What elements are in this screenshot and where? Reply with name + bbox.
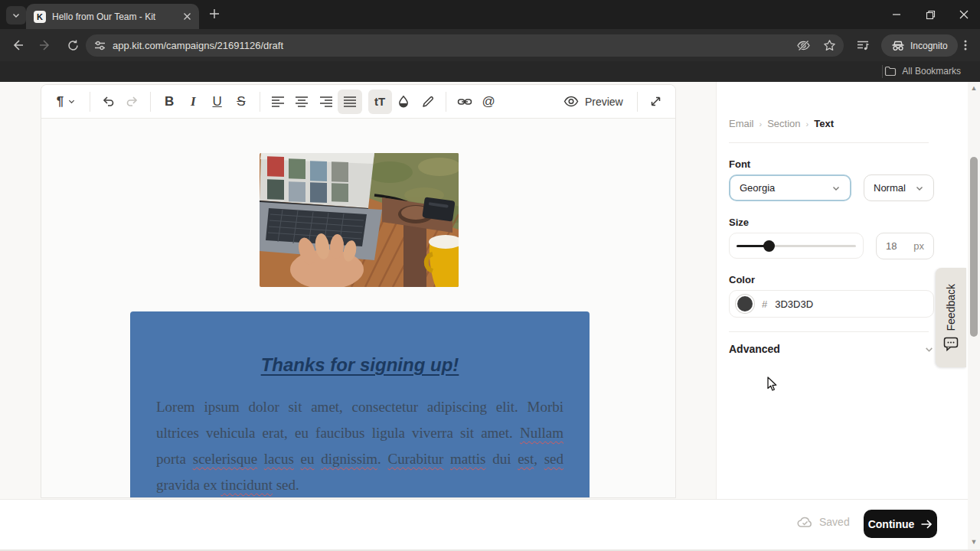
laptop-outdoors-photo [260, 153, 459, 287]
browser-menu-icon[interactable] [954, 34, 977, 57]
size-value[interactable]: 18 [886, 240, 897, 252]
kit-favicon: K [34, 11, 46, 23]
color-swatch[interactable] [736, 295, 754, 313]
align-center-icon [295, 96, 309, 108]
continue-label: Continue [868, 518, 915, 530]
align-center-button[interactable] [290, 90, 314, 114]
window-restore-button[interactable] [919, 8, 942, 21]
undo-icon [101, 94, 116, 109]
email-editor-card: ¶ B I U S tT [41, 84, 676, 498]
text-color-button[interactable] [392, 90, 416, 114]
strikethrough-button[interactable]: S [229, 90, 253, 114]
align-left-icon [271, 96, 285, 108]
underline-icon: U [212, 94, 221, 109]
misspelled-word: lacus [264, 451, 294, 467]
url-text: app.kit.com/campaigns/21691126/draft [113, 40, 796, 51]
bold-icon: B [165, 94, 174, 109]
advanced-toggle[interactable]: Advanced [729, 338, 934, 360]
chevron-down-icon [11, 11, 21, 20]
size-input[interactable]: 18 px [876, 233, 934, 259]
email-hero-image[interactable] [260, 153, 459, 287]
media-controls-icon[interactable] [851, 34, 874, 57]
font-family-select[interactable]: Georgia [729, 174, 851, 201]
cloud-check-icon [797, 516, 813, 528]
slider-track[interactable] [737, 245, 856, 247]
feedback-label: Feedback [945, 284, 957, 331]
window-minimize-button[interactable] [885, 8, 908, 21]
text-size-button[interactable]: tT [368, 90, 392, 114]
size-unit: px [913, 240, 924, 252]
misspelled-word: dignissim [321, 451, 377, 467]
tab-title: Hello from Our Team - Kit [52, 11, 177, 22]
mention-button[interactable]: @ [477, 90, 501, 114]
link-button[interactable] [452, 90, 476, 114]
bookmark-star-icon[interactable] [823, 39, 836, 52]
breadcrumb-section[interactable]: Section [767, 118, 800, 129]
fullscreen-button[interactable] [644, 90, 668, 114]
browser-tab-strip: K Hello from Our Team - Kit [0, 0, 980, 29]
italic-icon: I [191, 94, 196, 109]
all-bookmarks-button[interactable]: All Bookmarks [884, 66, 961, 77]
editor-toolbar: ¶ B I U S tT [41, 85, 675, 119]
arrow-right-icon [920, 519, 933, 530]
undo-button[interactable] [96, 90, 120, 114]
scroll-up-arrow[interactable]: ▲ [968, 83, 980, 93]
new-tab-button[interactable] [208, 8, 220, 20]
misspelled-word: est [518, 451, 534, 467]
size-slider[interactable] [729, 233, 864, 259]
color-label: Color [729, 274, 755, 285]
mention-icon: @ [482, 94, 495, 109]
paragraph-style-button[interactable]: ¶ [49, 90, 83, 114]
settings-sidebar: Email › Section › Text Font Georgia Norm… [716, 82, 968, 499]
italic-button[interactable]: I [181, 90, 205, 114]
scrollbar-thumb[interactable] [970, 157, 978, 337]
underline-button[interactable]: U [205, 90, 229, 114]
align-right-button[interactable] [314, 90, 338, 114]
toolbar-divider [150, 92, 151, 112]
email-body[interactable]: Lorem ipsum dolor sit amet, consectetur … [156, 394, 564, 498]
tab-search-button[interactable] [6, 6, 26, 24]
toolbar-divider [90, 92, 90, 112]
bold-button[interactable]: B [157, 90, 181, 114]
back-button[interactable] [6, 34, 29, 57]
color-hash: # [762, 298, 767, 310]
eye-icon [564, 96, 579, 107]
font-weight-select[interactable]: Normal [864, 174, 934, 201]
highlight-button[interactable] [416, 90, 439, 114]
site-settings-icon[interactable] [93, 39, 106, 52]
chevron-right-icon: › [760, 119, 763, 129]
forward-button[interactable] [34, 34, 57, 57]
justify-button[interactable] [338, 90, 361, 114]
feedback-tab[interactable]: Feedback [936, 268, 966, 367]
continue-button[interactable]: Continue [864, 510, 937, 538]
misspelled-word: eu [301, 451, 315, 467]
redo-button[interactable] [120, 90, 144, 114]
bookmarks-divider [882, 65, 883, 78]
preview-button[interactable]: Preview [556, 96, 631, 108]
all-bookmarks-label: All Bookmarks [902, 66, 961, 77]
paragraph-icon: ¶ [57, 94, 64, 109]
scroll-down-arrow[interactable]: ▼ [968, 536, 980, 547]
color-droplet-icon [397, 95, 410, 109]
address-bar[interactable]: app.kit.com/campaigns/21691126/draft [86, 34, 844, 57]
eye-off-icon[interactable] [796, 38, 811, 53]
tab-close-icon[interactable] [183, 12, 191, 21]
color-field[interactable]: # 3D3D3D [729, 290, 934, 318]
slider-knob[interactable] [763, 240, 775, 252]
email-text-section[interactable]: Thanks for signing up! Lorem ipsum dolor… [130, 311, 590, 498]
window-close-button[interactable] [952, 8, 975, 21]
justify-icon [343, 96, 357, 108]
sidebar-divider [729, 142, 929, 143]
email-heading[interactable]: Thanks for signing up! [130, 354, 590, 376]
reload-button[interactable] [61, 34, 84, 57]
font-label: Font [729, 158, 750, 170]
preview-label: Preview [585, 96, 623, 108]
misspelled-word: tincidunt [220, 477, 273, 493]
align-left-button[interactable] [266, 90, 290, 114]
breadcrumb-email[interactable]: Email [729, 118, 754, 129]
browser-tab[interactable]: K Hello from Our Team - Kit [26, 4, 199, 29]
color-hex-value[interactable]: 3D3D3D [775, 298, 813, 310]
expand-icon [649, 95, 662, 108]
misspelled-word: scelerisque [193, 451, 257, 467]
email-canvas[interactable]: Thanks for signing up! Lorem ipsum dolor… [41, 119, 675, 498]
